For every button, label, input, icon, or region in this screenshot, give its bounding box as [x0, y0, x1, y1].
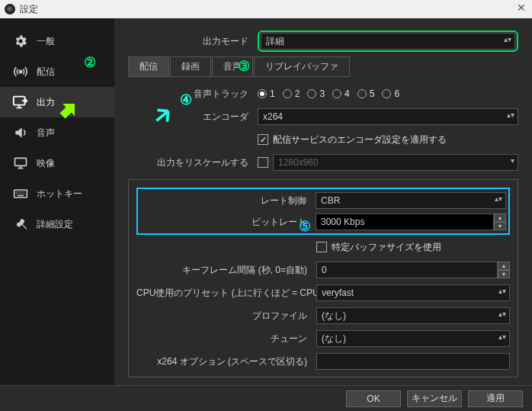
audio-track-radio-5[interactable]: 5: [357, 88, 375, 99]
rate-control-value: CBR: [321, 195, 340, 206]
audio-track-radio-3[interactable]: 3: [307, 88, 325, 99]
tune-select[interactable]: (なし) ▴▾: [316, 330, 510, 347]
chevron-updown-icon: ▴▾: [495, 194, 502, 203]
rescale-checkbox[interactable]: [258, 157, 268, 168]
cpu-preset-value: veryfast: [322, 287, 354, 298]
bitrate-value: 3000 Kbps: [321, 217, 364, 227]
keyframe-value: 0: [322, 265, 327, 275]
bitrate-label: ビットレート: [140, 216, 316, 229]
chevron-updown-icon: ▴▾: [498, 287, 506, 295]
keyframe-label: キーフレーム間隔 (秒, 0=自動): [136, 264, 316, 277]
encoder-select[interactable]: x264 ▴▾: [258, 108, 518, 125]
audio-track-radio-1[interactable]: 1: [258, 88, 275, 99]
encoder-value: x264: [263, 111, 283, 122]
sidebar-item-label: 映像: [37, 157, 55, 170]
audio-track-radio-6[interactable]: 6: [382, 88, 399, 99]
sidebar-item-video[interactable]: 映像: [0, 148, 114, 178]
annotation-box-blue: レート制御 CBR ▴▾ ビットレート 3000 Kbps ▴▾: [136, 188, 510, 235]
keyframe-spinner[interactable]: ▴▾: [498, 262, 510, 278]
dialog-footer: OK キャンセル 適用: [0, 385, 532, 411]
apply-service-label: 配信サービスのエンコーダ設定を適用する: [273, 133, 447, 146]
tune-value: (なし): [322, 332, 346, 345]
annotation-box-green: 詳細 ▴▾: [258, 31, 518, 52]
tab-replay[interactable]: リプレイバッファ: [254, 56, 350, 77]
output-mode-value: 詳細: [266, 35, 284, 48]
audio-track-radios: 1 2 3 4 5 6: [258, 88, 399, 99]
chevron-updown-icon: ▴▾: [498, 310, 506, 318]
chevron-updown-icon: ▴▾: [507, 111, 514, 119]
annotation-2: ②: [84, 54, 96, 71]
gear-icon: [12, 33, 29, 50]
sidebar-item-label: 出力: [37, 96, 55, 109]
custom-buffer-label: 特定バッファサイズを使用: [332, 241, 441, 254]
sidebar-item-label: 音声: [37, 127, 55, 140]
svg-point-0: [19, 70, 21, 72]
output-mode-label: 出力モード: [128, 35, 258, 48]
tools-icon: [12, 216, 29, 233]
rate-control-select[interactable]: CBR ▴▾: [316, 192, 506, 209]
rescale-value: 1280x960: [278, 157, 319, 168]
cpu-preset-label: CPU使用のプリセット (上に行くほど = CPU使用低い): [136, 287, 316, 300]
encoder-settings-group: レート制御 CBR ▴▾ ビットレート 3000 Kbps ▴▾: [128, 179, 518, 377]
sidebar-item-audio[interactable]: 音声: [0, 117, 114, 148]
titlebar: 設定 ✕: [0, 0, 532, 18]
settings-sidebar: 一般 配信 出力 音声 映像 ホットキー 詳細設定: [0, 18, 114, 385]
annotation-4: ④: [180, 92, 192, 108]
sidebar-item-hotkeys[interactable]: ホットキー: [0, 178, 114, 209]
sidebar-item-label: ホットキー: [37, 188, 82, 201]
chevron-updown-icon: ▴▾: [504, 35, 511, 43]
tab-record[interactable]: 録画: [170, 56, 211, 77]
output-tabs: 配信 録画 音声 リプレイバッファ: [128, 56, 518, 77]
ok-button[interactable]: OK: [346, 390, 401, 407]
keyframe-input[interactable]: 0: [316, 262, 498, 278]
keyboard-icon: [12, 185, 29, 202]
audio-track-label: 音声トラック: [128, 88, 258, 101]
window-title: 設定: [20, 3, 38, 16]
sidebar-item-label: 配信: [37, 66, 55, 79]
annotation-3: ③: [238, 58, 250, 75]
rate-control-label: レート制御: [140, 194, 316, 207]
bitrate-input[interactable]: 3000 Kbps: [316, 214, 494, 230]
x264-opts-label: x264 オプション (スペースで区切る): [136, 355, 316, 368]
apply-button[interactable]: 適用: [468, 390, 523, 407]
cpu-preset-select[interactable]: veryfast ▴▾: [316, 284, 510, 301]
sidebar-item-label: 一般: [37, 35, 55, 48]
obs-icon: [5, 4, 15, 14]
monitor-icon: [12, 155, 29, 172]
chevron-down-icon: ▾: [511, 156, 514, 165]
profile-value: (なし): [322, 310, 346, 323]
close-icon[interactable]: ✕: [517, 2, 526, 14]
monitor-arrow-icon: [12, 94, 29, 111]
output-panel: 出力モード 詳細 ▴▾ 配信 録画 音声 リプレイバッファ 音声トラック 1 2…: [114, 18, 532, 385]
annotation-5: ⑤: [299, 218, 311, 235]
tab-stream[interactable]: 配信: [128, 56, 169, 77]
profile-label: プロファイル: [136, 310, 316, 323]
sidebar-item-stream[interactable]: 配信: [0, 56, 114, 87]
output-mode-select[interactable]: 詳細 ▴▾: [261, 33, 515, 50]
speaker-icon: [12, 124, 29, 141]
rescale-select[interactable]: 1280x960 ▾: [273, 154, 518, 171]
audio-track-radio-2[interactable]: 2: [283, 88, 300, 99]
x264-opts-input[interactable]: [316, 353, 510, 370]
audio-track-radio-4[interactable]: 4: [332, 88, 350, 99]
apply-service-checkbox[interactable]: [258, 134, 268, 145]
chevron-updown-icon: ▴▾: [498, 332, 506, 341]
rescale-label: 出力をリスケールする: [128, 156, 258, 169]
broadcast-icon: [12, 63, 29, 80]
sidebar-item-advanced[interactable]: 詳細設定: [0, 209, 114, 239]
tune-label: チューン: [136, 332, 316, 345]
custom-buffer-checkbox[interactable]: [316, 242, 327, 252]
bitrate-spinner[interactable]: ▴▾: [494, 214, 506, 230]
cancel-button[interactable]: キャンセル: [407, 390, 462, 407]
svg-rect-2: [15, 158, 27, 165]
sidebar-item-label: 詳細設定: [37, 218, 73, 231]
sidebar-item-general[interactable]: 一般: [0, 26, 114, 56]
profile-select[interactable]: (なし) ▴▾: [316, 307, 510, 324]
